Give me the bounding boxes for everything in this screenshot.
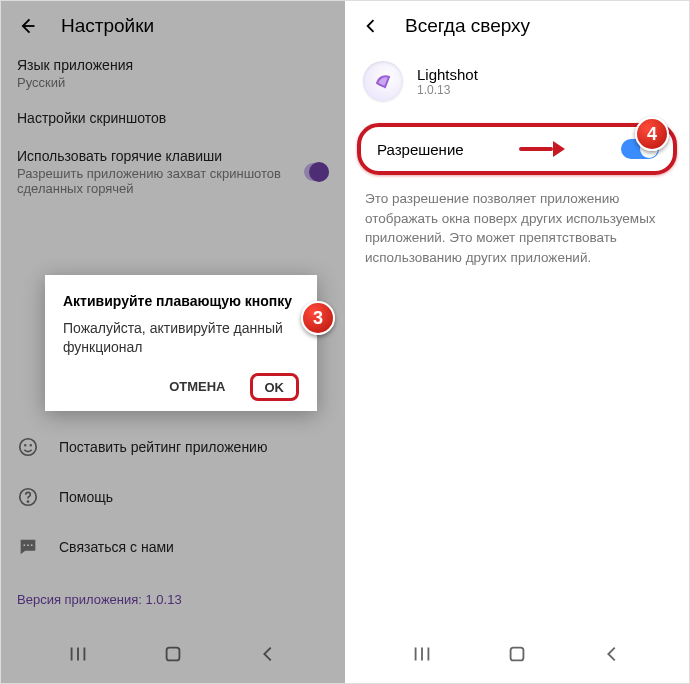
home-icon[interactable] — [162, 643, 184, 665]
contact-item[interactable]: Связаться с нами — [1, 522, 345, 572]
page-title: Всегда сверху — [405, 15, 530, 37]
page-title: Настройки — [61, 15, 154, 37]
header: Всегда сверху — [345, 1, 689, 47]
ok-button[interactable]: OK — [263, 378, 287, 397]
back-icon[interactable] — [257, 643, 279, 665]
svg-rect-9 — [511, 648, 524, 661]
pref-label: Использовать горячие клавиши — [17, 148, 304, 164]
rate-item[interactable]: Поставить рейтинг приложению — [1, 422, 345, 472]
svg-point-4 — [27, 501, 28, 502]
svg-point-2 — [30, 445, 31, 446]
svg-point-1 — [25, 445, 26, 446]
help-icon — [17, 486, 39, 508]
help-item[interactable]: Помощь — [1, 472, 345, 522]
permission-label: Разрешение — [377, 141, 464, 158]
step-badge-4: 4 — [635, 117, 669, 151]
pref-sub: Разрешить приложению захват скриншотов с… — [17, 166, 304, 196]
permission-row: Разрешение — [357, 123, 677, 175]
dialog: Активируйте плавающую кнопку Пожалуйста,… — [45, 275, 317, 411]
arrow-icon — [519, 141, 565, 157]
svg-point-0 — [20, 439, 37, 456]
svg-point-6 — [27, 544, 29, 546]
home-icon[interactable] — [506, 643, 528, 665]
dialog-body: Пожалуйста, активируйте данный функциона… — [63, 319, 299, 357]
app-name: Lightshot — [417, 66, 478, 83]
pref-value: Русский — [17, 75, 329, 90]
ok-highlight: OK — [250, 373, 300, 401]
back-arrow-icon[interactable] — [361, 16, 381, 36]
dialog-actions: ОТМЕНА OK — [63, 373, 299, 401]
permission-description: Это разрешение позволяет приложению отоб… — [345, 189, 689, 267]
cancel-button[interactable]: ОТМЕНА — [165, 373, 229, 400]
hotkey-toggle[interactable] — [304, 163, 329, 181]
screenshot-settings[interactable]: Настройки скриншотов — [1, 100, 345, 138]
menu-label: Связаться с нами — [59, 539, 174, 555]
pref-label: Настройки скриншотов — [17, 110, 329, 126]
menu-label: Поставить рейтинг приложению — [59, 439, 267, 455]
app-row: Lightshot 1.0.13 — [345, 47, 689, 119]
svg-point-5 — [23, 544, 25, 546]
hotkey-pref[interactable]: Использовать горячие клавиши Разрешить п… — [1, 138, 345, 206]
dialog-title: Активируйте плавающую кнопку — [63, 293, 299, 309]
chat-icon — [17, 536, 39, 558]
app-icon — [363, 61, 403, 101]
language-pref[interactable]: Язык приложения Русский — [1, 47, 345, 100]
version-label: Версия приложения: 1.0.13 — [1, 572, 345, 627]
back-arrow-icon[interactable] — [17, 16, 37, 36]
menu-label: Помощь — [59, 489, 113, 505]
header: Настройки — [1, 1, 345, 47]
pref-label: Язык приложения — [17, 57, 329, 73]
svg-rect-8 — [167, 648, 180, 661]
back-icon[interactable] — [601, 643, 623, 665]
step-badge-3: 3 — [301, 301, 335, 335]
recents-icon[interactable] — [67, 643, 89, 665]
smile-icon — [17, 436, 39, 458]
svg-point-7 — [31, 544, 33, 546]
app-version: 1.0.13 — [417, 83, 478, 97]
recents-icon[interactable] — [411, 643, 433, 665]
nav-bar — [345, 627, 689, 683]
nav-bar — [1, 627, 345, 683]
